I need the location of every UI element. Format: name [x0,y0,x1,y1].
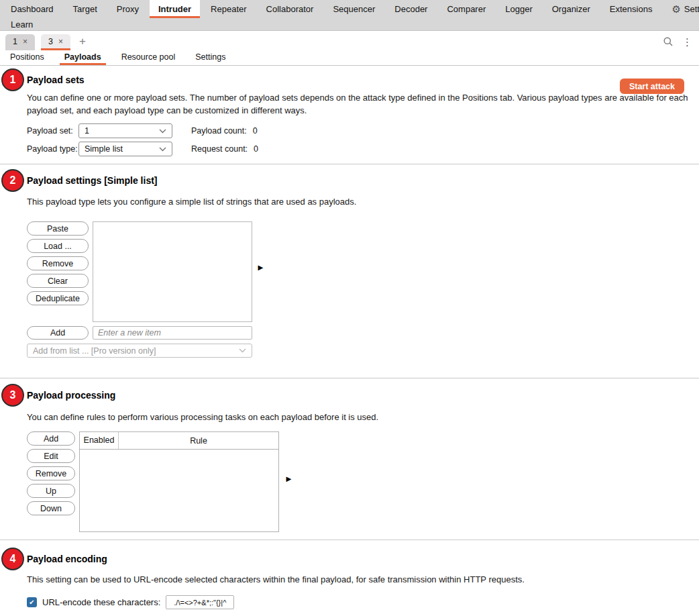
cursor-arrow-icon: ► [284,474,293,483]
payload-settings-header: 2 Payload settings [Simple list] [27,174,691,187]
main-menubar: Dashboard Target Proxy Intruder Repeater… [0,0,699,31]
payload-count-value: 0 [253,126,258,136]
section-badge-2: 2 [1,169,24,192]
menu-learn[interactable]: Learn [11,19,33,30]
payload-processing-header: 3 Payload processing [27,389,691,401]
payload-count-label: Payload count: [191,126,247,136]
payload-processing-title: Payload processing [27,390,115,401]
paste-button[interactable]: Paste [27,221,89,236]
tab-resource-pool[interactable]: Resource pool [117,51,180,65]
processing-rule-buttons: Add Edit Remove Up Down [27,431,75,532]
chevron-down-icon [239,348,246,353]
tab-payloads[interactable]: Payloads [60,51,106,65]
start-attack-button[interactable]: Start attack [620,79,684,94]
payload-list-buttons: Paste Load ... Remove Clear Deduplicate [27,221,89,322]
url-encode-label: URL-encode these characters: [42,597,160,607]
menu-repeater[interactable]: Repeater [211,0,246,18]
processing-rules-editor: Add Edit Remove Up Down Enabled Rule ► [27,431,691,532]
payload-settings-section: 2 Payload settings [Simple list] This pa… [0,164,699,378]
menu-settings[interactable]: ⚙ Settings [671,0,699,18]
url-encode-checkbox[interactable]: ✔ [27,597,37,607]
url-encode-row: ✔ URL-encode these characters: [27,595,691,609]
menu-organizer[interactable]: Organizer [552,0,590,18]
add-item-row: Add [27,326,691,340]
rule-column-header[interactable]: Rule [119,436,278,446]
payload-sets-form: Payload set: 1 Payload count: 0 Payload … [27,123,691,156]
payload-sets-header: 1 Payload sets Start attack [27,73,691,86]
payload-type-label: Payload type: [27,144,78,154]
payload-list[interactable] [93,221,252,322]
rule-edit-button[interactable]: Edit [27,449,75,463]
payload-type-select[interactable]: Simple list [78,142,172,156]
menu-collaborator[interactable]: Collaborator [266,0,314,18]
menu-settings-label: Settings [684,4,699,14]
new-tab-button[interactable]: + [76,36,89,47]
close-icon[interactable]: × [58,37,63,46]
rule-down-button[interactable]: Down [27,501,75,515]
payload-count: Payload count: 0 [191,126,691,136]
menu-sequencer[interactable]: Sequencer [333,0,375,18]
kebab-menu-icon[interactable]: ⋮ [682,37,692,47]
menu-logger[interactable]: Logger [505,0,532,18]
check-icon: ✔ [29,599,34,606]
menubar-row-1: Dashboard Target Proxy Intruder Repeater… [0,0,699,18]
remove-button[interactable]: Remove [27,256,89,270]
section-badge-1: 1 [1,68,24,91]
search-icon[interactable] [663,36,674,47]
rule-remove-button[interactable]: Remove [27,466,75,480]
attack-tab-1[interactable]: 1 × [5,34,35,50]
tab-bar-tools: ⋮ [663,36,692,47]
payload-sets-title: Payload sets [27,74,85,85]
load-button[interactable]: Load ... [27,239,89,253]
payload-settings-title: Payload settings [Simple list] [27,175,158,186]
attack-tab-bar: 1 × 3 × + ⋮ [0,31,699,51]
payload-encoding-header: 4 Payload encoding [27,552,691,565]
menu-intruder[interactable]: Intruder [150,0,200,18]
attack-tab-3[interactable]: 3 × [41,34,70,50]
attack-tab-3-label: 3 [48,37,53,46]
add-button[interactable]: Add [27,326,89,340]
close-icon[interactable]: × [23,37,28,46]
menu-decoder[interactable]: Decoder [394,0,427,18]
payload-set-select[interactable]: 1 [78,123,172,138]
menu-dashboard[interactable]: Dashboard [11,0,54,18]
add-from-list-label: Add from list ... [Pro version only] [33,346,156,356]
url-encode-characters-input[interactable] [166,595,234,609]
section-badge-4: 4 [1,548,24,570]
payload-set-selected-value: 1 [85,126,89,136]
rules-table-header: Enabled Rule [80,432,278,450]
clear-button[interactable]: Clear [27,274,89,288]
payload-type-selected-value: Simple list [85,144,123,154]
attack-tab-1-label: 1 [13,37,17,46]
enabled-column-header[interactable]: Enabled [80,432,119,449]
payload-sets-description: You can define one or more payload sets.… [27,91,691,117]
gear-icon: ⚙ [671,4,680,14]
tab-positions[interactable]: Positions [5,51,49,65]
menu-proxy[interactable]: Proxy [117,0,139,18]
burp-intruder-window: Dashboard Target Proxy Intruder Repeater… [0,0,699,616]
rule-up-button[interactable]: Up [27,484,75,498]
deduplicate-button[interactable]: Deduplicate [27,291,89,305]
request-count: Request count: 0 [191,144,691,154]
payload-encoding-description: This setting can be used to URL-encode s… [27,573,691,586]
rule-add-button[interactable]: Add [27,431,75,446]
payload-settings-description: This payload type lets you configure a s… [27,195,691,208]
menu-comparer[interactable]: Comparer [447,0,486,18]
payload-sets-section: 1 Payload sets Start attack You can defi… [0,66,699,164]
payload-processing-description: You can define rules to perform various … [27,411,691,423]
request-count-label: Request count: [191,144,248,154]
tab-settings[interactable]: Settings [191,51,230,65]
chevron-down-icon [159,129,166,134]
menubar-row-2: Learn [0,18,699,30]
payload-encoding-title: Payload encoding [27,554,107,564]
new-item-input[interactable] [93,326,252,340]
add-from-list-select[interactable]: Add from list ... [Pro version only] [27,344,252,358]
payload-encoding-section: 4 Payload encoding This setting can be u… [0,540,699,616]
payload-list-editor: Paste Load ... Remove Clear Deduplicate … [27,221,691,322]
menu-extensions[interactable]: Extensions [610,0,653,18]
payload-processing-section: 3 Payload processing You can define rule… [0,378,699,540]
chevron-down-icon [159,147,166,152]
processing-rules-table[interactable]: Enabled Rule [79,431,279,532]
menu-target[interactable]: Target [73,0,97,18]
section-badge-3: 3 [1,384,24,407]
